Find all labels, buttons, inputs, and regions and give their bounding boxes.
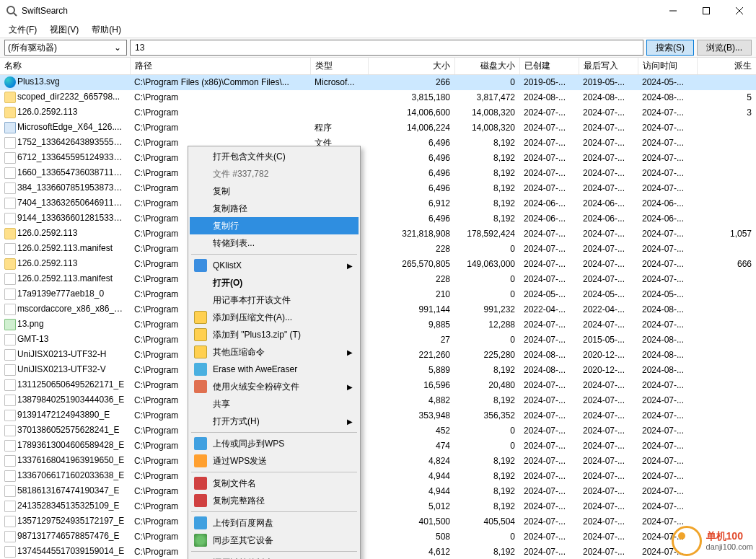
table-row[interactable]: 17893613004606589428_EC:\Program文件474020… <box>0 439 756 454</box>
table-row[interactable]: 13.pngC:\Program...9,88512,2882024-07-..… <box>0 317 756 333</box>
file-icon <box>4 440 16 452</box>
cm-copy-filename[interactable]: 复制文件名 <box>190 475 359 492</box>
file-icon <box>4 425 16 436</box>
table-row[interactable]: 13376168041963919650_EC:\Program文件4,8248… <box>0 454 756 469</box>
col-type[interactable]: 类型 <box>310 58 368 75</box>
table-row[interactable]: 91391472124943890_EC:\Program文件353,94835… <box>0 408 756 423</box>
cm-erase[interactable]: Erase with AweEraser <box>190 361 359 378</box>
table-row[interactable]: 17a9139e777aeb18_0C:\Program文件21002024-0… <box>0 287 756 302</box>
cm-copy-row[interactable]: 复制行 <box>190 217 359 234</box>
cm-add-zip[interactable]: 添加到 "Plus13.zip" (T) <box>190 326 359 343</box>
table-row[interactable]: 13745445517039159014_EC:\Program文件4,6128… <box>0 545 756 560</box>
file-icon <box>4 152 16 164</box>
menu-view[interactable]: 视图(V) <box>44 22 84 38</box>
search-input[interactable] <box>130 40 643 56</box>
cm-restore[interactable]: 还原以前的版本(V) <box>190 554 359 559</box>
col-written[interactable]: 最后写入 <box>579 58 638 75</box>
menubar: 文件(F) 视图(V) 帮助(H) <box>0 22 756 38</box>
file-icon <box>4 379 16 391</box>
cm-dump-table[interactable]: 转储到表... <box>190 234 359 252</box>
col-size[interactable]: 大小 <box>368 58 454 75</box>
file-icon <box>4 485 16 497</box>
table-row[interactable]: 1752_13364264389355548...C:\Program文件6,4… <box>0 136 756 151</box>
file-icon <box>4 470 16 482</box>
table-row[interactable]: 384_13366078519538731...C:\Program文件6,49… <box>0 181 756 196</box>
cm-copy[interactable]: 复制 <box>190 182 359 200</box>
table-row[interactable]: 5818613167474190347_EC:\Program文件4,9448,… <box>0 484 756 499</box>
table-row[interactable]: 126.0.2592.113C:\Program265,570,805149,0… <box>0 257 756 272</box>
minimize-button[interactable] <box>656 0 690 22</box>
cm-qklistx[interactable]: QKlistX▶ <box>190 257 359 274</box>
edge-icon <box>4 76 16 88</box>
file-icon <box>4 243 16 255</box>
cm-open-with[interactable]: 打开方式(H)▶ <box>190 413 359 430</box>
cm-file-info: 文件 #337,782 <box>190 165 359 182</box>
cm-shred[interactable]: 使用火绒安全粉碎文件▶ <box>190 378 359 395</box>
maximize-button[interactable] <box>690 0 723 22</box>
cm-copy-path[interactable]: 复制路径 <box>190 200 359 217</box>
file-icon <box>4 167 16 179</box>
table-row[interactable]: UniJISX0213-UTF32-VC:\Program文件5,8898,19… <box>0 363 756 378</box>
file-icon <box>4 304 16 315</box>
cm-share[interactable]: 共享 <box>190 395 359 413</box>
cm-copy-fullpath[interactable]: 复制完整路径 <box>190 492 359 509</box>
table-row[interactable]: 7404_13363265064691177...C:\Program文件6,9… <box>0 196 756 211</box>
cm-other-zip[interactable]: 其他压缩命令▶ <box>190 343 359 361</box>
file-icon <box>4 289 16 300</box>
table-row[interactable]: 126.0.2592.113C:\Program321,818,908178,5… <box>0 226 756 242</box>
table-row[interactable]: 9144_13363660128153374...C:\Program文件6,4… <box>0 211 756 226</box>
table-row[interactable]: GMT-13C:\Program文件2702024-07-...2015-05-… <box>0 333 756 348</box>
table-row[interactable]: 13571297524935172197_EC:\Program文件401,50… <box>0 514 756 529</box>
table-row[interactable]: 2413528345135325109_EC:\Program文件5,0128,… <box>0 499 756 514</box>
col-accessed[interactable]: 访问时间 <box>638 58 697 75</box>
table-row[interactable]: 126.0.2592.113.manifestC:\ProgramFE...22… <box>0 272 756 287</box>
table-row[interactable]: 3701386052575628241_EC:\Program文件4520202… <box>0 423 756 439</box>
col-derived[interactable]: 派生 <box>697 58 756 75</box>
cm-baidu[interactable]: 上传到百度网盘 <box>190 514 359 532</box>
file-icon <box>4 546 16 558</box>
chevron-down-icon: ⌄ <box>112 43 123 53</box>
table-row[interactable]: 13112506506495262171_EC:\Program文件16,596… <box>0 378 756 393</box>
svg-point-0 <box>7 6 14 14</box>
cm-add-archive[interactable]: 添加到压缩文件(A)... <box>190 309 359 326</box>
menu-file[interactable]: 文件(F) <box>3 22 43 38</box>
cm-open-folder[interactable]: 打开包含文件夹(C) <box>190 148 359 165</box>
watermark: 单机100 danji100.com <box>672 526 753 556</box>
table-row[interactable]: UniJISX0213-UTF32-HC:\Program文件221,26022… <box>0 348 756 363</box>
table-row[interactable]: scoped_dir2232_665798...C:\Program3,815,… <box>0 90 756 105</box>
col-path[interactable]: 路径 <box>130 58 310 75</box>
file-icon <box>4 531 16 542</box>
col-created[interactable]: 已创建 <box>519 58 579 75</box>
table-row[interactable]: mscordaccore_x86_x86_5...C:\Program程序...… <box>0 302 756 317</box>
titlebar: SwiftSearch <box>0 0 756 22</box>
drive-select[interactable]: (所有驱动器) ⌄ <box>4 40 127 56</box>
png-icon <box>4 319 16 330</box>
cm-open-notepad[interactable]: 用记事本打开该文件 <box>190 291 359 309</box>
menu-help[interactable]: 帮助(H) <box>86 22 127 38</box>
table-row[interactable]: 13879840251903444036_EC:\Program文件4,8828… <box>0 393 756 408</box>
table-row[interactable]: 13367066171602033638_EC:\Program文件4,9448… <box>0 469 756 484</box>
cm-wps-send[interactable]: 通过WPS发送 <box>190 452 359 470</box>
browse-button[interactable]: 浏览(B)... <box>697 40 752 56</box>
table-row[interactable]: 126.0.2592.113C:\Program14,006,60014,008… <box>0 105 756 120</box>
close-button[interactable] <box>723 0 756 22</box>
file-icon <box>4 395 16 406</box>
toolbar: (所有驱动器) ⌄ 搜索(S) 浏览(B)... <box>0 38 756 58</box>
cm-wps-upload[interactable]: 上传或同步到WPS <box>190 435 359 452</box>
watermark-badge-icon <box>672 526 702 556</box>
col-disk[interactable]: 磁盘大小 <box>454 58 519 75</box>
file-icon <box>4 137 16 149</box>
table-row[interactable]: 9871317746578857476_EC:\Program文件5080202… <box>0 529 756 545</box>
svg-rect-3 <box>703 8 710 14</box>
table-row[interactable]: Plus13.svgC:\Program Files (x86)\Common … <box>0 75 756 90</box>
col-name[interactable]: 名称 <box>0 58 130 75</box>
chevron-right-icon: ▶ <box>347 383 353 391</box>
table-row[interactable]: 6712_13364559512493333...C:\Program文件6,4… <box>0 151 756 166</box>
table-row[interactable]: 126.0.2592.113.manifestC:\ProgramFE...22… <box>0 242 756 257</box>
window-title: SwiftSearch <box>22 6 656 16</box>
cm-sync-devices[interactable]: 同步至其它设备 <box>190 532 359 549</box>
table-row[interactable]: 1660_13365473603871194...C:\Program文件6,4… <box>0 166 756 181</box>
cm-open[interactable]: 打开(O) <box>190 274 359 291</box>
search-button[interactable]: 搜索(S) <box>646 40 694 56</box>
table-row[interactable]: MicrosoftEdge_X64_126....C:\Program程序14,… <box>0 120 756 136</box>
